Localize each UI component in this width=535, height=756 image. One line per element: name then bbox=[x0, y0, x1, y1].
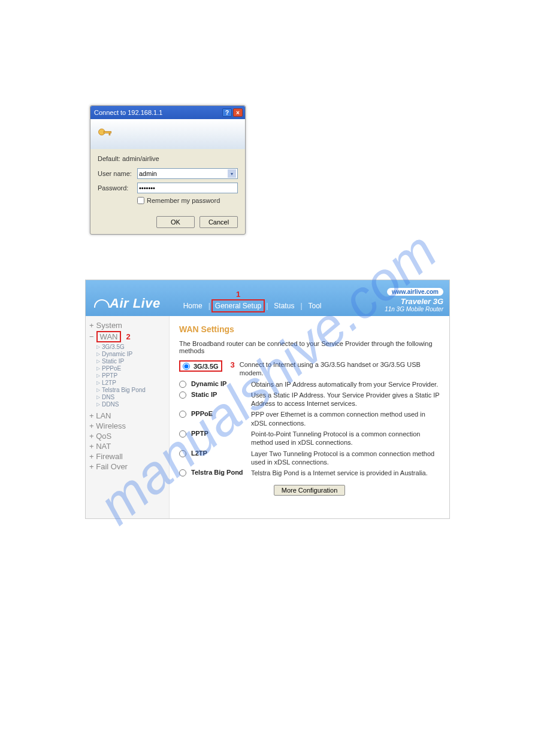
annotation-2: 2 bbox=[126, 332, 130, 341]
content-area: WAN Settings The Broadband router can be… bbox=[170, 316, 449, 518]
more-configuration-button[interactable]: More Configuration bbox=[274, 485, 346, 496]
remember-label: Remember my password bbox=[147, 197, 220, 204]
username-value: admin bbox=[139, 170, 157, 177]
sub-label: Dynamic IP bbox=[102, 351, 132, 357]
sub-label: 3G/3.5G bbox=[102, 344, 125, 350]
nav-sep: | bbox=[207, 302, 211, 310]
sidebar-sub-item[interactable]: ▷Dynamic IP bbox=[96, 351, 165, 357]
sidebar-item-wan[interactable]: − WAN 2 bbox=[89, 331, 165, 342]
chevron-down-icon[interactable]: ▾ bbox=[228, 169, 236, 178]
sidebar-item-lan[interactable]: + LAN bbox=[89, 411, 165, 420]
radio-static[interactable] bbox=[179, 391, 186, 399]
sidebar-system-label: System bbox=[96, 321, 122, 330]
radio-3g[interactable] bbox=[183, 363, 190, 370]
nav-status[interactable]: Status bbox=[269, 299, 299, 312]
sub-label: Static IP bbox=[102, 358, 124, 365]
remember-checkbox-row[interactable]: Remember my password bbox=[137, 197, 238, 204]
url-pill[interactable]: www.airlive.com bbox=[387, 288, 443, 296]
sidebar-item-system[interactable]: + System bbox=[89, 321, 165, 330]
radio-pppoe[interactable] bbox=[179, 411, 186, 418]
option-row-pppoe[interactable]: PPPoE PPP over Ethernet is a common conn… bbox=[179, 410, 440, 427]
annotation-3: 3 bbox=[231, 360, 235, 369]
option-row-l2tp[interactable]: L2TP Layer Two Tunneling Protocol is a c… bbox=[179, 450, 440, 467]
remember-checkbox[interactable] bbox=[137, 197, 144, 204]
sidebar-wan-submenu: ▷3G/3.5G ▷Dynamic IP ▷Static IP ▷PPPoE ▷… bbox=[96, 344, 165, 408]
sub-label: PPPoE bbox=[102, 365, 121, 372]
sub-label: Telstra Big Pond bbox=[102, 387, 146, 393]
router-header: Air Live Home | 1 General Setup | Status… bbox=[86, 280, 449, 316]
sidebar-sub-item[interactable]: ▷DDNS bbox=[96, 401, 165, 408]
content-title: WAN Settings bbox=[179, 324, 440, 334]
radio-pptp[interactable] bbox=[179, 430, 186, 438]
cancel-button[interactable]: Cancel bbox=[200, 216, 238, 228]
password-label: Password: bbox=[98, 184, 137, 192]
option-desc: Obtains an IP Address automatically from… bbox=[251, 380, 440, 388]
login-title: Connect to 192.168.1.1 bbox=[94, 109, 221, 116]
option-label: Telstra Big Pond bbox=[191, 469, 246, 476]
login-default-text: Default: admin/airlive bbox=[98, 155, 238, 162]
triangle-icon: ▷ bbox=[96, 394, 100, 400]
password-value: ••••••• bbox=[139, 184, 155, 192]
login-titlebar[interactable]: Connect to 192.168.1.1 ? × bbox=[90, 106, 245, 119]
option-row-static[interactable]: Static IP Uses a Static IP Address. Your… bbox=[179, 391, 440, 408]
login-dialog: Connect to 192.168.1.1 ? × Default: admi… bbox=[90, 105, 246, 235]
option-desc: Telstra Big Pond is a Internet service i… bbox=[251, 469, 440, 477]
nav-tool[interactable]: Tool bbox=[304, 299, 327, 312]
sidebar-item-wireless[interactable]: + Wireless bbox=[89, 421, 165, 430]
sidebar-sub-item[interactable]: ▷Static IP bbox=[96, 358, 165, 365]
radio-dynamic[interactable] bbox=[179, 381, 186, 388]
nav-general-setup[interactable]: 1 General Setup bbox=[211, 299, 265, 312]
password-field[interactable]: ••••••• bbox=[137, 183, 238, 193]
sidebar-item-nat[interactable]: + NAT bbox=[89, 442, 165, 451]
sidebar-item-failover[interactable]: + Fail Over bbox=[89, 462, 165, 471]
sub-label: DDNS bbox=[102, 401, 119, 408]
close-icon[interactable]: × bbox=[233, 108, 243, 117]
radio-telstra[interactable] bbox=[179, 469, 186, 476]
router-header-right: www.airlive.com Traveler 3G 11n 3G Mobil… bbox=[385, 288, 443, 312]
option-row-dynamic[interactable]: Dynamic IP Obtains an IP Address automat… bbox=[179, 380, 440, 388]
router-model: Traveler 3G bbox=[385, 297, 443, 306]
sidebar-wan-label: WAN bbox=[96, 331, 122, 342]
ok-button[interactable]: OK bbox=[156, 216, 195, 228]
sidebar-sub-item[interactable]: ▷3G/3.5G bbox=[96, 344, 165, 350]
sub-label: L2TP bbox=[102, 379, 116, 386]
nav-sep: | bbox=[265, 302, 269, 310]
sidebar-rest-label: Fail Over bbox=[96, 462, 128, 471]
triangle-icon: ▷ bbox=[96, 380, 100, 385]
sidebar-rest-label: NAT bbox=[96, 442, 111, 451]
help-icon[interactable]: ? bbox=[222, 108, 232, 117]
username-field[interactable]: admin ▾ bbox=[137, 168, 238, 179]
option-desc: Point-to-Point Tunneling Protocol is a c… bbox=[251, 430, 440, 447]
option-label: 3G/3.5G bbox=[194, 363, 219, 370]
sidebar-item-qos[interactable]: + QoS bbox=[89, 432, 165, 441]
triangle-icon: ▷ bbox=[96, 402, 100, 407]
sidebar-item-firewall[interactable]: + Firewall bbox=[89, 452, 165, 461]
sidebar-sub-item[interactable]: ▷DNS bbox=[96, 394, 165, 400]
router-page: Air Live Home | 1 General Setup | Status… bbox=[85, 280, 450, 519]
option-label: PPTP bbox=[191, 430, 246, 437]
username-label: User name: bbox=[98, 170, 137, 177]
option-label: Static IP bbox=[191, 391, 246, 398]
option-desc: Layer Two Tunneling Protocol is a common… bbox=[251, 450, 440, 467]
radio-l2tp[interactable] bbox=[179, 450, 186, 457]
sidebar-sub-item[interactable]: ▷PPPoE bbox=[96, 365, 165, 372]
triangle-icon: ▷ bbox=[96, 366, 100, 371]
content-intro: The Broadband router can be connected to… bbox=[179, 340, 440, 354]
annotation-1: 1 bbox=[236, 290, 240, 299]
sidebar-sub-item[interactable]: ▷L2TP bbox=[96, 379, 165, 386]
sidebar-sub-item[interactable]: ▷Telstra Big Pond bbox=[96, 387, 165, 393]
svg-rect-2 bbox=[109, 133, 110, 135]
sidebar-rest-label: Firewall bbox=[96, 452, 123, 461]
triangle-icon: ▷ bbox=[96, 387, 100, 393]
option-row-pptp[interactable]: PPTP Point-to-Point Tunneling Protocol i… bbox=[179, 430, 440, 447]
option-row-3g[interactable]: 3G/3.5G 3 Connect to Internet using a 3G… bbox=[179, 360, 440, 378]
login-body: Default: admin/airlive User name: admin … bbox=[90, 149, 245, 210]
nav-home[interactable]: Home bbox=[179, 299, 207, 312]
key-icon bbox=[96, 126, 113, 142]
option-row-telstra[interactable]: Telstra Big Pond Telstra Big Pond is a I… bbox=[179, 469, 440, 477]
sidebar-sub-item[interactable]: ▷PPTP bbox=[96, 372, 165, 379]
sub-label: PPTP bbox=[102, 372, 117, 379]
router-logo: Air Live bbox=[94, 296, 161, 311]
logo-arc-icon bbox=[94, 299, 110, 308]
option-desc: Uses a Static IP Address. Your Service P… bbox=[251, 391, 440, 408]
